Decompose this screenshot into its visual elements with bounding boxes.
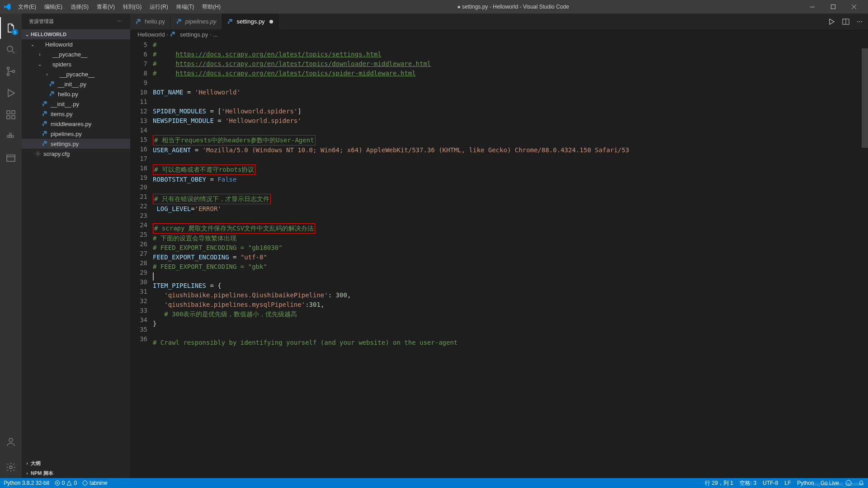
folder-row[interactable]: ›__pycache__	[22, 49, 130, 59]
svg-rect-12	[12, 136, 14, 137]
menu-item[interactable]: 查看(V)	[93, 1, 118, 13]
file-label: __init__.py	[58, 81, 86, 88]
sidebar-more-icon[interactable]: ⋯	[117, 19, 123, 24]
svg-rect-7	[7, 116, 10, 119]
svg-point-21	[44, 122, 44, 122]
editor-tab[interactable]: hello.py	[130, 14, 171, 29]
python-file-icon	[49, 80, 56, 88]
vscode-logo-icon	[4, 3, 11, 10]
code-lines[interactable]: ## https://docs.scrapy.org/en/latest/top…	[153, 39, 868, 478]
file-row[interactable]: __init__.py	[22, 79, 130, 89]
file-label: settings.py	[51, 141, 79, 147]
editor-tab[interactable]: settings.py	[222, 14, 278, 29]
maximize-button[interactable]	[823, 0, 844, 14]
chevron-down-icon: ⌄	[36, 62, 43, 67]
activity-bar: 1	[0, 14, 22, 478]
svg-rect-14	[7, 155, 15, 161]
breadcrumb-item[interactable]: Helloworld	[137, 31, 165, 38]
tab-label: settings.py	[236, 18, 264, 25]
vertical-scrollbar[interactable]	[862, 39, 868, 478]
run-icon[interactable]	[828, 18, 835, 25]
encoding[interactable]: UTF-8	[763, 480, 778, 486]
menu-item[interactable]: 选择(S)	[67, 1, 92, 13]
project-section[interactable]: ⌄ HELLOWORLD	[22, 29, 130, 39]
file-row[interactable]: __init__.py	[22, 99, 130, 109]
tab-label: hello.py	[145, 18, 165, 25]
folder-row[interactable]: ›__pycache__	[22, 69, 130, 79]
source-control-icon[interactable]	[0, 61, 22, 82]
svg-rect-8	[12, 116, 15, 119]
line-gutter: 5678910111213141516171819202122232425262…	[130, 39, 153, 478]
file-label: __init__.py	[51, 101, 79, 108]
menu-item[interactable]: 帮助(H)	[198, 1, 224, 13]
svg-point-5	[13, 70, 15, 73]
file-row[interactable]: middlewares.py	[22, 119, 130, 129]
language-mode[interactable]: Python	[797, 480, 814, 486]
svg-point-4	[7, 74, 9, 76]
breadcrumb-item[interactable]: settings.py	[180, 31, 208, 38]
svg-point-19	[44, 102, 44, 102]
menu-item[interactable]: 编辑(E)	[41, 1, 66, 13]
svg-rect-9	[12, 111, 15, 114]
tab-bar: hello.pypipelines.pysettings.py⋯	[130, 14, 868, 29]
indentation[interactable]: 空格: 3	[740, 479, 756, 487]
svg-point-22	[44, 131, 44, 132]
tabnine-status[interactable]: tabnine	[82, 480, 107, 486]
outline-section[interactable]: › 大纲	[22, 458, 130, 468]
status-bar: Python 3.8.2 32-bit 0 0 tabnine 行 29，列 1…	[0, 478, 868, 488]
python-file-icon	[42, 140, 49, 147]
npm-section[interactable]: › NPM 脚本	[22, 468, 130, 478]
file-row[interactable]: items.py	[22, 109, 130, 119]
chevron-right-icon: ›	[36, 52, 43, 57]
svg-rect-11	[9, 136, 11, 137]
file-row[interactable]: hello.py	[22, 89, 130, 99]
editor-tab[interactable]: pipelines.py	[171, 14, 222, 29]
file-tree: ⌄Helloworld›__pycache__⌄spiders›__pycach…	[22, 39, 130, 159]
config-file-icon	[34, 150, 42, 157]
file-label: Helloworld	[45, 41, 73, 48]
folder-icon	[43, 61, 51, 68]
accounts-icon[interactable]	[0, 431, 22, 453]
file-label: spiders	[52, 61, 71, 68]
extensions-icon[interactable]	[0, 104, 22, 126]
menu-item[interactable]: 运行(R)	[146, 1, 172, 13]
python-file-icon	[49, 90, 56, 98]
menu-item[interactable]: 终端(T)	[173, 1, 198, 13]
file-row[interactable]: scrapy.cfg	[22, 149, 130, 159]
python-file-icon	[176, 19, 183, 25]
svg-point-3	[7, 67, 9, 70]
menu-item[interactable]: 文件(E)	[14, 1, 40, 13]
file-row[interactable]: settings.py	[22, 139, 130, 149]
cursor-position[interactable]: 行 29，列 1	[705, 479, 733, 487]
breadcrumb-item[interactable]: ...	[213, 31, 218, 38]
scroll-thumb[interactable]	[862, 48, 868, 148]
run-debug-icon[interactable]	[0, 82, 22, 104]
close-button[interactable]	[844, 0, 864, 14]
docker-icon[interactable]	[0, 126, 22, 147]
search-icon[interactable]	[0, 39, 22, 61]
chevron-down-icon: ⌄	[29, 42, 36, 47]
svg-point-24	[37, 153, 39, 155]
more-icon[interactable]: ⋯	[857, 18, 863, 25]
file-row[interactable]: pipelines.py	[22, 129, 130, 139]
explorer-icon[interactable]: 1	[0, 17, 22, 39]
chevron-right-icon: ›	[210, 32, 211, 37]
breadcrumb[interactable]: Helloworld›settings.py›...	[130, 29, 868, 39]
problems-errors[interactable]: 0 0	[55, 480, 77, 486]
terminal-panel-icon[interactable]	[0, 147, 22, 169]
folder-row[interactable]: ⌄spiders	[22, 59, 130, 69]
minimize-button[interactable]	[802, 0, 823, 14]
settings-gear-icon[interactable]	[0, 456, 22, 478]
python-file-icon	[42, 110, 49, 117]
file-label: __pycache__	[60, 71, 94, 78]
svg-point-26	[178, 19, 179, 19]
code-editor[interactable]: 5678910111213141516171819202122232425262…	[130, 39, 868, 478]
titlebar: 文件(E)编辑(E)选择(S)查看(V)转到(G)运行(R)终端(T)帮助(H)…	[0, 0, 868, 14]
python-version[interactable]: Python 3.8.2 32-bit	[4, 480, 49, 486]
folder-row[interactable]: ⌄Helloworld	[22, 39, 130, 49]
eol[interactable]: LF	[784, 480, 791, 486]
python-file-icon	[227, 19, 234, 25]
watermark: blog.csdn.net/m0_46500590	[812, 482, 863, 487]
split-editor-icon[interactable]	[842, 18, 849, 25]
menu-item[interactable]: 转到(G)	[119, 1, 145, 13]
